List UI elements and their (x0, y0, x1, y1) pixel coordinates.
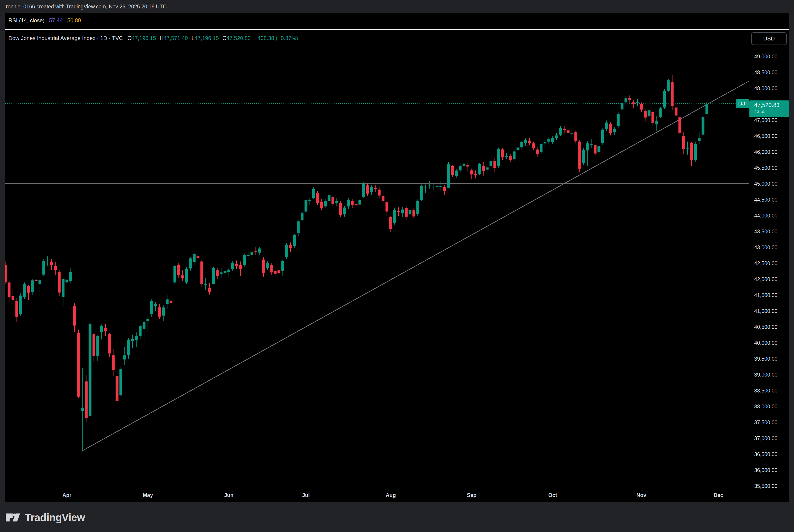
candle[interactable] (663, 89, 666, 109)
candle[interactable] (62, 278, 64, 306)
candle[interactable] (312, 187, 315, 199)
candle[interactable] (655, 116, 658, 131)
candle[interactable] (679, 115, 681, 135)
candle[interactable] (567, 127, 570, 136)
candle[interactable] (659, 107, 662, 118)
candle[interactable] (609, 122, 612, 135)
candle[interactable] (96, 335, 99, 362)
candle[interactable] (16, 298, 18, 322)
candle[interactable] (324, 200, 327, 208)
candle[interactable] (474, 170, 477, 178)
candle[interactable] (459, 165, 462, 172)
candle[interactable] (548, 137, 550, 145)
candle[interactable] (698, 132, 701, 144)
time-axis[interactable]: AprMayJunJulAugSepOctNovDec (5, 13, 789, 502)
candle[interactable] (85, 375, 88, 422)
candle[interactable] (81, 368, 84, 451)
candle[interactable] (497, 148, 500, 168)
candle[interactable] (328, 193, 331, 204)
candle[interactable] (409, 208, 412, 217)
candle[interactable] (115, 375, 118, 408)
candle[interactable] (605, 120, 608, 131)
candle[interactable] (293, 234, 296, 248)
candle[interactable] (185, 267, 188, 284)
candle[interactable] (351, 199, 354, 208)
candle[interactable] (31, 279, 34, 295)
candle[interactable] (216, 268, 219, 279)
candle[interactable] (486, 166, 489, 173)
candle[interactable] (192, 252, 196, 265)
candle[interactable] (154, 302, 157, 311)
candle[interactable] (247, 251, 250, 260)
candle[interactable] (343, 206, 346, 217)
candle[interactable] (524, 138, 527, 146)
candle[interactable] (594, 143, 596, 157)
candle[interactable] (77, 329, 80, 398)
candle[interactable] (520, 141, 523, 149)
candle[interactable] (285, 243, 288, 259)
candle[interactable] (578, 140, 581, 172)
candle[interactable] (463, 162, 466, 168)
candle[interactable] (112, 348, 115, 376)
candle[interactable] (470, 169, 473, 179)
candle[interactable] (38, 279, 41, 292)
candle[interactable] (532, 141, 535, 150)
candle[interactable] (274, 267, 277, 276)
candle[interactable] (447, 162, 450, 188)
candle[interactable] (127, 338, 130, 359)
candle[interactable] (8, 279, 11, 303)
candle[interactable] (648, 108, 650, 119)
candle[interactable] (640, 102, 643, 112)
candle[interactable] (108, 333, 111, 357)
candle[interactable] (482, 162, 485, 176)
candle[interactable] (212, 267, 215, 284)
candle[interactable] (173, 265, 177, 284)
candle[interactable] (123, 347, 126, 365)
candle[interactable] (493, 158, 496, 172)
candle[interactable] (416, 200, 419, 216)
candle[interactable] (551, 136, 554, 144)
candle[interactable] (602, 128, 604, 145)
candle[interactable] (362, 182, 365, 198)
candle[interactable] (401, 207, 404, 217)
candle[interactable] (23, 283, 26, 299)
candle[interactable] (5, 262, 6, 284)
candle[interactable] (412, 208, 415, 219)
candle[interactable] (35, 274, 38, 288)
candle[interactable] (451, 165, 454, 177)
candle[interactable] (478, 163, 481, 175)
candle[interactable] (332, 195, 335, 206)
candle[interactable] (135, 332, 138, 347)
candle[interactable] (69, 268, 72, 283)
candle[interactable] (505, 153, 508, 159)
candle[interactable] (466, 163, 469, 172)
candle[interactable] (405, 206, 408, 220)
candle[interactable] (150, 299, 153, 317)
candle[interactable] (289, 243, 292, 252)
candle[interactable] (158, 304, 161, 319)
candle[interactable] (355, 201, 357, 209)
candle[interactable] (58, 270, 60, 296)
candle[interactable] (582, 148, 585, 165)
candle[interactable] (339, 201, 342, 217)
candle[interactable] (335, 198, 338, 206)
candle[interactable] (509, 154, 512, 162)
candle[interactable] (162, 305, 165, 321)
candle[interactable] (517, 146, 519, 153)
candle[interactable] (651, 111, 654, 126)
candle[interactable] (189, 257, 192, 271)
candlestick-plot[interactable] (5, 13, 789, 502)
candle[interactable] (613, 127, 616, 135)
candle[interactable] (370, 186, 373, 195)
candle[interactable] (617, 112, 620, 128)
candle[interactable] (443, 185, 446, 195)
candle[interactable] (181, 270, 184, 281)
candle[interactable] (536, 147, 539, 157)
candle[interactable] (297, 221, 300, 236)
candle[interactable] (73, 303, 76, 332)
candle[interactable] (301, 211, 303, 221)
candle[interactable] (555, 133, 558, 140)
candle[interactable] (374, 185, 377, 192)
candle[interactable] (54, 262, 57, 275)
candle[interactable] (667, 79, 670, 92)
